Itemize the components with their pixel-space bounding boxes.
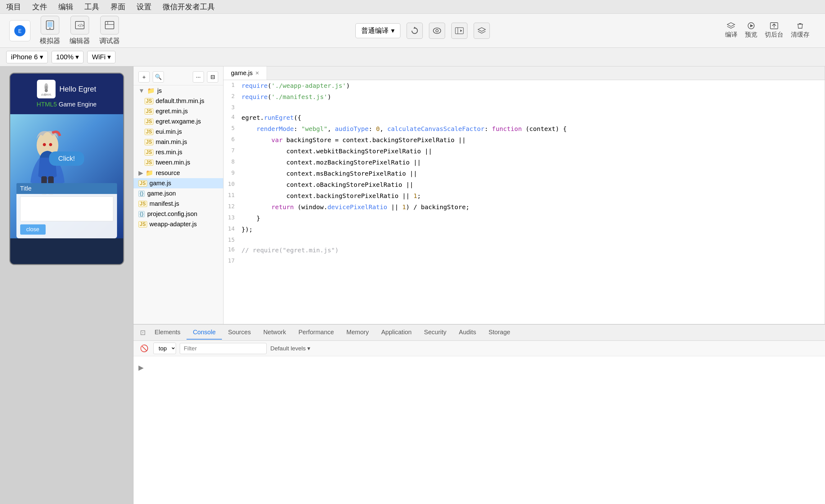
line-content: var backingStore = context.backingStoreP…: [239, 134, 825, 146]
filter-input[interactable]: [180, 343, 267, 354]
eye-button[interactable]: [429, 23, 445, 39]
network-selector[interactable]: WiFi ▾: [87, 51, 116, 63]
html5-text: HTML5: [36, 101, 57, 108]
preview-panel: 白鹭时代 Hello Egret HTML5 Game Engine: [0, 66, 134, 504]
devtools-tab-performance[interactable]: Performance: [292, 326, 341, 340]
line-content: // require("egret.min.js"): [239, 244, 825, 256]
line-content: require('./weapp-adapter.js'): [239, 80, 825, 91]
backstage-action[interactable]: 切后台: [765, 22, 783, 39]
devtools-panel: ⊡ Elements Console Sources Network Perfo…: [134, 324, 825, 504]
line-number: 4: [223, 112, 239, 122]
menu-item-file[interactable]: 文件: [30, 1, 50, 12]
context-selector[interactable]: top: [153, 343, 176, 354]
zoom-selector[interactable]: 100% ▾: [52, 51, 83, 63]
network-value: WiFi: [92, 53, 105, 61]
clear-cache-action[interactable]: 清缓存: [791, 22, 810, 39]
layers-button[interactable]: [474, 23, 490, 39]
app-logo: E: [9, 20, 30, 41]
clear-console-icon[interactable]: 🚫: [138, 343, 150, 354]
step-button[interactable]: [451, 23, 467, 39]
menu-item-project[interactable]: 项目: [4, 1, 23, 12]
menu-item-wechat[interactable]: 微信开发者工具: [160, 1, 217, 12]
folder-resource[interactable]: ▶ 📁 resource: [134, 167, 223, 178]
devtools-tab-sources[interactable]: Sources: [222, 326, 257, 340]
device-selector[interactable]: iPhone 6 ▾: [6, 51, 48, 63]
file-project-config[interactable]: {} project.config.json: [134, 209, 223, 219]
svg-point-4: [49, 27, 51, 29]
line-number: 1: [223, 80, 239, 90]
code-line: 17: [223, 256, 825, 265]
svg-marker-17: [727, 23, 735, 26]
click-button[interactable]: Click!: [49, 151, 84, 166]
levels-label[interactable]: Default levels ▾: [270, 345, 310, 352]
code-line: 8 context.mozBackingStorePixelRatio ||: [223, 157, 825, 168]
devtools-content: ▶: [134, 356, 825, 504]
dialog-content: [20, 197, 113, 221]
devtools-tab-console[interactable]: Console: [186, 326, 222, 340]
compile-action[interactable]: 编译: [725, 22, 738, 39]
devtools-inspect-icon[interactable]: ⊡: [137, 327, 148, 338]
file-res-min[interactable]: JS res.min.js: [134, 147, 223, 157]
file-game-json[interactable]: {} game.json: [134, 189, 223, 199]
js-icon: JS: [138, 221, 147, 227]
debugger-button[interactable]: 调试器: [99, 16, 120, 46]
preview-label: 预览: [745, 30, 757, 39]
code-line: 14});: [223, 224, 825, 235]
dialog-box: Title close: [16, 183, 117, 238]
menu-item-tools[interactable]: 工具: [82, 1, 102, 12]
file-egret-min[interactable]: JS egret.min.js: [134, 106, 223, 117]
js-icon: JS: [138, 201, 147, 207]
file-main-min[interactable]: JS main.min.js: [134, 137, 223, 147]
file-label: game.js: [150, 180, 171, 187]
file-game-js[interactable]: JS game.js: [134, 178, 223, 189]
line-number: 9: [223, 168, 239, 177]
compile-label: 编译: [725, 30, 738, 39]
more-options-button[interactable]: ···: [193, 71, 204, 83]
js-icon: JS: [145, 159, 153, 166]
devtools-tab-network[interactable]: Network: [257, 326, 292, 340]
file-weapp-adapter[interactable]: JS weapp-adapter.js: [134, 219, 223, 229]
file-label: manifest.js: [150, 200, 179, 207]
refresh-button[interactable]: [406, 23, 423, 39]
line-content: [239, 235, 825, 236]
game-engine-text: Game Engine: [57, 101, 96, 108]
devtools-tab-audits[interactable]: Audits: [453, 326, 482, 340]
search-file-button[interactable]: 🔍: [153, 71, 164, 83]
devtools-toolbar: 🚫 top Default levels ▾: [134, 341, 825, 356]
file-default-thm[interactable]: JS default.thm.min.js: [134, 96, 223, 106]
js-icon: JS: [145, 149, 153, 155]
menu-item-view[interactable]: 界面: [108, 1, 128, 12]
simulator-button[interactable]: 模拟器: [40, 16, 60, 46]
menu-item-edit[interactable]: 编辑: [56, 1, 76, 12]
svg-marker-10: [414, 27, 416, 28]
line-content: }: [239, 213, 825, 224]
devtools-tab-memory[interactable]: Memory: [340, 326, 375, 340]
add-file-button[interactable]: ＋: [138, 71, 150, 83]
file-tree-header: ＋ 🔍 ··· ⊟: [134, 69, 223, 85]
devtools-tab-security[interactable]: Security: [418, 326, 453, 340]
editor-tab-bar: game.js ✕: [223, 66, 825, 80]
editor-tab-game-js[interactable]: game.js ✕: [223, 66, 267, 80]
js-icon: JS: [145, 108, 153, 115]
preview-action[interactable]: 预览: [745, 22, 757, 39]
svg-point-29: [43, 143, 46, 146]
line-content: context.webkitBackingStorePixelRatio ||: [239, 146, 825, 157]
file-egret-wxgame[interactable]: JS egret.wxgame.js: [134, 117, 223, 127]
close-tab-icon[interactable]: ✕: [255, 70, 259, 76]
console-prompt: ▶: [138, 361, 820, 374]
devtools-tab-elements[interactable]: Elements: [148, 326, 186, 340]
collapse-button[interactable]: ⊟: [207, 71, 218, 83]
file-manifest[interactable]: JS manifest.js: [134, 199, 223, 209]
compile-mode-dropdown[interactable]: 普通编译 ▾: [355, 23, 400, 38]
js-icon: JS: [145, 139, 153, 145]
devtools-tabs: ⊡ Elements Console Sources Network Perfo…: [134, 325, 825, 341]
code-line: 3: [223, 102, 825, 112]
devtools-tab-application[interactable]: Application: [375, 326, 418, 340]
editor-button[interactable]: </> 编辑器: [70, 16, 90, 46]
file-tween-min[interactable]: JS tween.min.js: [134, 157, 223, 167]
folder-js[interactable]: ▼ 📁 js: [134, 85, 223, 96]
devtools-tab-storage[interactable]: Storage: [482, 326, 517, 340]
file-eui-min[interactable]: JS eui.min.js: [134, 127, 223, 137]
menu-item-settings[interactable]: 设置: [134, 1, 154, 12]
dialog-close-button[interactable]: close: [20, 224, 46, 235]
